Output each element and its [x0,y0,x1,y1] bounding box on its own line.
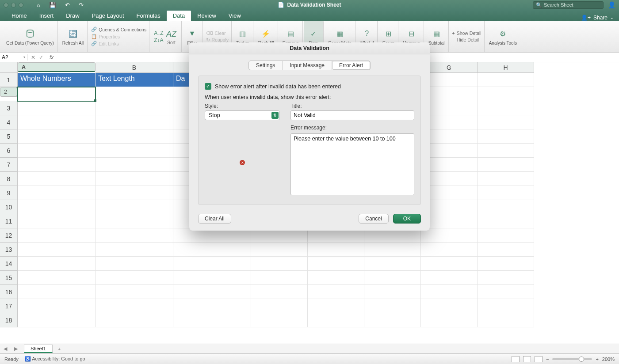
tab-formulas[interactable]: Formulas [130,11,167,21]
user-icon[interactable]: 👤 [608,1,615,8]
checkbox-checked-icon[interactable]: ✓ [205,83,211,90]
row-header[interactable]: 11 [0,214,18,228]
row-header[interactable]: 17 [0,299,18,313]
cell[interactable] [96,200,173,214]
home-icon[interactable]: ⌂ [37,2,40,8]
cell[interactable] [251,257,308,271]
cell[interactable] [478,299,534,313]
cell[interactable] [421,257,478,271]
cell[interactable] [18,101,96,115]
cell[interactable] [308,299,364,313]
cell[interactable] [478,172,534,186]
cell[interactable] [364,285,421,299]
cell[interactable] [18,257,96,271]
cell[interactable] [173,271,251,285]
cell[interactable] [96,101,173,115]
cell[interactable] [96,285,173,299]
row-header[interactable]: 3 [0,101,18,115]
cell[interactable] [96,214,173,228]
title-input[interactable] [290,110,414,120]
row-header[interactable]: 18 [0,313,18,327]
cell[interactable] [421,285,478,299]
cell[interactable] [478,271,534,285]
dialog-tab-settings[interactable]: Settings [249,61,283,70]
col-header-A[interactable]: A [18,62,96,72]
cell[interactable] [364,243,421,257]
cell[interactable] [478,243,534,257]
properties-button[interactable]: 📋Properties [91,34,146,39]
cell[interactable] [173,299,251,313]
cell[interactable] [251,285,308,299]
row-header[interactable]: 13 [0,243,18,257]
clear-all-button[interactable]: Clear All [198,214,231,224]
cell[interactable] [421,271,478,285]
fx-label[interactable]: fx [47,54,56,61]
cell[interactable] [308,257,364,271]
queries-button[interactable]: 🔗Queries & Connections [91,27,146,32]
tab-review[interactable]: Review [191,11,222,21]
row-header[interactable]: 2 [0,87,18,97]
tab-page-layout[interactable]: Page Layout [86,11,130,21]
cell[interactable] [96,257,173,271]
cell[interactable] [18,243,96,257]
cell[interactable] [18,158,96,172]
cell[interactable] [478,186,534,200]
cancel-button[interactable]: Cancel [359,214,388,224]
cell[interactable] [18,285,96,299]
show-detail[interactable]: +Show Detail [452,30,481,36]
normal-view-icon[interactable] [512,356,520,362]
zoom-thumb[interactable] [579,356,584,362]
cell[interactable] [18,214,96,228]
cell[interactable] [96,313,173,327]
cell[interactable] [251,299,308,313]
cell[interactable] [364,313,421,327]
cell[interactable] [478,101,534,115]
row-header[interactable]: 6 [0,144,18,158]
cell[interactable] [96,243,173,257]
cell[interactable] [18,186,96,200]
cell[interactable] [96,115,173,129]
zoom-value[interactable]: 200% [602,356,615,362]
cell[interactable] [18,200,96,214]
row-header[interactable]: 1 [0,73,18,87]
undo-icon[interactable]: ↶ [65,2,70,8]
cell[interactable] [18,172,96,186]
sort-asc-icon[interactable]: A↓Z [154,30,163,36]
page-break-view-icon[interactable] [535,356,543,362]
cell[interactable] [478,87,534,101]
cell[interactable] [308,243,364,257]
row-header[interactable]: 14 [0,257,18,271]
save-icon[interactable]: 💾 [49,2,56,8]
dialog-tab-error-alert[interactable]: Error Alert [332,61,370,70]
cell[interactable] [18,129,96,144]
style-select[interactable]: Stop ⇅ [205,110,280,120]
ok-button[interactable]: OK [393,214,421,224]
share-button[interactable]: 👤+ Share ⌄ [581,15,614,21]
cell[interactable] [478,158,534,172]
row-header[interactable]: 15 [0,271,18,285]
zoom-slider[interactable] [552,358,592,360]
tab-data[interactable]: Data [167,11,191,21]
cell[interactable] [308,313,364,327]
cell[interactable] [308,285,364,299]
accessibility-status[interactable]: ♿ Accessibility: Good to go [25,356,85,362]
row-header[interactable]: 9 [0,186,18,200]
sheet-tab-active[interactable]: Sheet1 [24,345,53,353]
sort-desc-icon[interactable]: Z↓A [154,37,163,43]
zoom-window[interactable] [19,3,23,8]
cell[interactable] [96,144,173,158]
cell[interactable] [18,144,96,158]
cell[interactable] [18,271,96,285]
cell[interactable] [18,228,96,243]
cell[interactable] [251,243,308,257]
cell[interactable] [96,299,173,313]
dialog-tab-input-message[interactable]: Input Message [283,61,332,70]
cell[interactable] [478,285,534,299]
cell[interactable]: Whole Numbers [18,73,96,87]
cell[interactable] [173,243,251,257]
cell[interactable] [18,115,96,129]
show-error-checkbox-row[interactable]: ✓ Show error alert after invalid data ha… [205,83,414,90]
cell[interactable] [364,271,421,285]
hide-detail[interactable]: −Hide Detail [452,37,481,42]
cell[interactable] [251,313,308,327]
